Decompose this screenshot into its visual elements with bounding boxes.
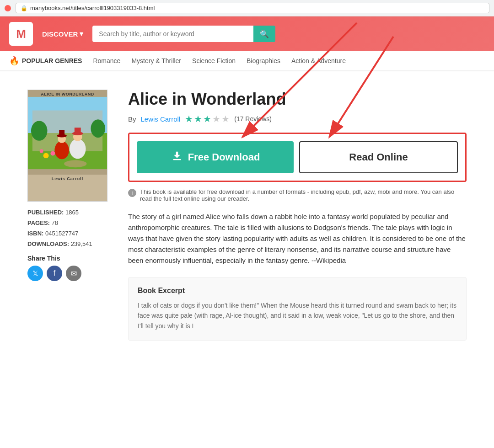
genre-scifi[interactable]: Science Fiction [192, 57, 236, 64]
free-download-button[interactable]: Free Download [137, 141, 294, 173]
svg-point-4 [70, 139, 86, 159]
url-text: manybooks.net/titles/carrolll1903319033-… [30, 5, 155, 11]
svg-point-15 [31, 121, 48, 140]
site-header: M DISCOVER ▾ 🔍 [0, 16, 494, 51]
search-button[interactable]: 🔍 [253, 26, 275, 42]
search-input[interactable] [92, 26, 253, 42]
share-title: Share This [27, 255, 110, 262]
facebook-share-button[interactable]: f [47, 266, 62, 281]
star-2: ★ [194, 113, 202, 124]
svg-rect-11 [59, 130, 64, 136]
genre-mystery[interactable]: Mystery & Thriller [131, 57, 181, 64]
facebook-icon: f [54, 269, 55, 277]
downloads-label: DOWNLOADS: [27, 240, 69, 247]
genre-action[interactable]: Action & Adventure [291, 57, 346, 64]
downloads-count: 239,541 [71, 240, 92, 247]
author-line: By Lewis Carroll ★ ★ ★ ★ ★ (17 Reviews) [128, 113, 467, 124]
url-bar[interactable]: 🔒 manybooks.net/titles/carrolll190331903… [16, 3, 489, 13]
svg-point-14 [40, 149, 43, 153]
pages-count: 78 [52, 219, 58, 226]
book-title: Alice in Wonderland [128, 90, 467, 109]
genre-biographies[interactable]: Biographies [247, 57, 280, 64]
star-4: ★ [212, 113, 220, 124]
read-online-button[interactable]: Read Online [299, 141, 458, 173]
cover-illustration [28, 96, 107, 170]
meta-pages: PAGES: 78 [27, 219, 110, 226]
svg-point-12 [43, 153, 49, 158]
close-btn[interactable] [5, 5, 11, 11]
browser-tabs [5, 5, 11, 11]
share-icons: 𝕏 f ✉ [27, 266, 110, 281]
free-download-label: Free Download [188, 151, 260, 163]
by-text: By [128, 115, 136, 123]
flame-icon: 🔥 [9, 56, 19, 66]
isbn-value: 0451527747 [45, 230, 78, 237]
book-meta: PUBLISHED: 1865 PAGES: 78 ISBN: 04515277… [27, 209, 110, 247]
cover-author: Lewis Carroll [28, 175, 107, 183]
lock-icon: 🔒 [21, 5, 27, 11]
svg-point-8 [54, 141, 69, 160]
reviews-count: (17 Reviews) [234, 115, 272, 123]
email-icon: ✉ [71, 269, 77, 278]
book-sidebar: ALICE IN WONDERLAND [27, 90, 110, 341]
cover-art: ALICE IN WONDERLAND [28, 90, 107, 175]
pages-label: PAGES: [27, 219, 50, 226]
read-online-label: Read Online [349, 151, 408, 163]
book-cover: ALICE IN WONDERLAND [27, 90, 107, 202]
search-bar: 🔍 [92, 26, 275, 42]
meta-isbn: ISBN: 0451527747 [27, 230, 110, 237]
info-text: This book is available for free download… [140, 188, 467, 202]
excerpt-text: I talk of cats or dogs if you don't like… [138, 300, 457, 331]
chevron-down-icon: ▾ [80, 30, 83, 38]
info-icon: i [128, 189, 136, 197]
book-detail: Alice in Wonderland By Lewis Carroll ★ ★… [128, 90, 467, 341]
published-year: 1865 [65, 209, 79, 216]
share-section: Share This 𝕏 f ✉ [27, 255, 110, 281]
search-icon: 🔍 [260, 30, 269, 38]
star-3: ★ [203, 113, 211, 124]
svg-point-13 [50, 151, 55, 156]
cta-area: Free Download Read Online [128, 133, 467, 182]
excerpt-title: Book Excerpt [138, 287, 457, 295]
info-line: i This book is available for free downlo… [128, 188, 467, 202]
download-icon [171, 149, 183, 165]
author-link[interactable]: Lewis Carroll [141, 115, 181, 123]
twitter-icon: 𝕏 [32, 269, 38, 278]
popular-genres-label: POPULAR GENRES [22, 57, 82, 64]
star-5: ★ [221, 113, 230, 124]
star-rating: ★ ★ ★ ★ ★ [185, 113, 230, 124]
genre-nav: 🔥 POPULAR GENRES Romance Mystery & Thril… [0, 51, 494, 71]
book-excerpt: Book Excerpt I talk of cats or dogs if y… [128, 277, 467, 341]
cover-title: ALICE IN WONDERLAND [28, 92, 107, 96]
svg-point-17 [64, 160, 86, 167]
star-1: ★ [185, 113, 193, 124]
discover-button[interactable]: DISCOVER ▾ [42, 30, 83, 38]
email-share-button[interactable]: ✉ [66, 266, 81, 281]
genre-romance[interactable]: Romance [93, 57, 120, 64]
discover-label: DISCOVER [42, 30, 78, 38]
book-description: The story of a girl named Alice who fall… [128, 211, 467, 266]
svg-rect-7 [75, 128, 81, 134]
svg-point-16 [91, 119, 105, 138]
published-label: PUBLISHED: [27, 209, 64, 216]
twitter-share-button[interactable]: 𝕏 [27, 266, 43, 281]
logo-letter: M [16, 27, 26, 41]
browser-chrome: 🔒 manybooks.net/titles/carrolll190331903… [0, 0, 494, 16]
meta-published: PUBLISHED: 1865 [27, 209, 110, 216]
meta-downloads: DOWNLOADS: 239,541 [27, 240, 110, 247]
main-content: ALICE IN WONDERLAND [0, 71, 494, 354]
logo[interactable]: M [9, 22, 33, 46]
popular-genres: 🔥 POPULAR GENRES [9, 56, 82, 66]
isbn-label: ISBN: [27, 230, 43, 237]
